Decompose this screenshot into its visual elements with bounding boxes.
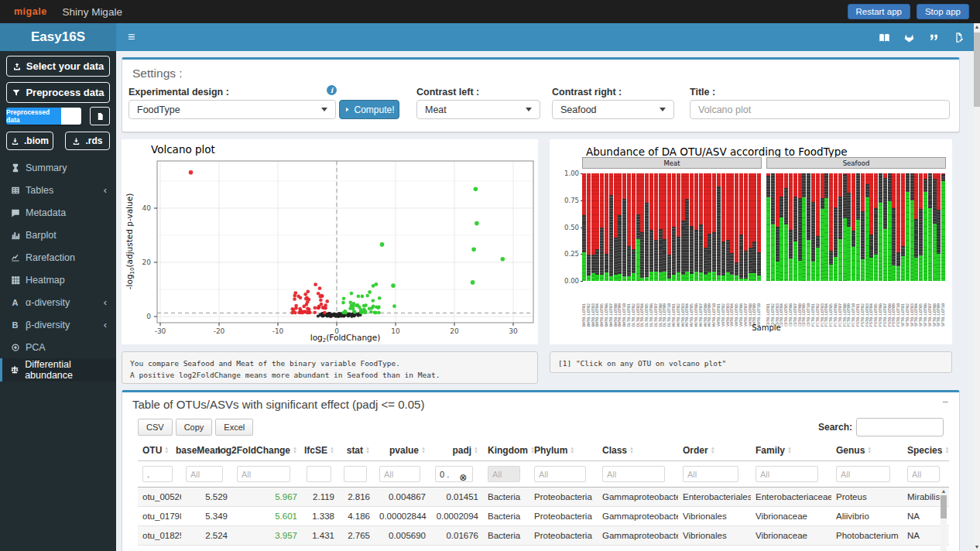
abundance-bar[interactable] — [654, 173, 658, 281]
gitlab-icon[interactable] — [903, 32, 915, 43]
abundance-bar[interactable] — [704, 173, 708, 281]
filter-Kingdom[interactable] — [488, 466, 520, 482]
abundance-bar[interactable] — [811, 173, 815, 281]
column-header-OTU[interactable]: OTU▲▼ — [138, 440, 181, 461]
abundance-bar[interactable] — [636, 173, 640, 281]
abundance-bar[interactable] — [708, 173, 711, 281]
sort-icon[interactable]: ▲▼ — [570, 447, 574, 454]
table-row[interactable]: otu_018252.5243.9571.4312.7650.0056900.0… — [138, 526, 949, 546]
data-file-button[interactable] — [90, 107, 110, 125]
abundance-bar[interactable] — [681, 173, 685, 281]
scroll-up-icon[interactable]: ▲ — [974, 23, 980, 31]
stop-app-button[interactable]: Stop app — [917, 4, 969, 19]
abundance-bar[interactable] — [663, 173, 666, 281]
experimental-design-select[interactable]: FoodType — [128, 100, 336, 119]
sort-icon[interactable]: ▲▼ — [330, 447, 334, 454]
filter-Phylum[interactable] — [534, 466, 586, 482]
abundance-bar[interactable] — [752, 173, 756, 281]
abundance-bar[interactable] — [622, 173, 626, 281]
sidebar-item-pca[interactable]: PCA — [0, 336, 116, 358]
filter-baseMean[interactable] — [186, 466, 223, 482]
abundance-bar[interactable] — [739, 173, 743, 281]
abundance-bar[interactable] — [928, 173, 932, 281]
abundance-bar[interactable] — [923, 173, 927, 281]
scrollbar-thumb[interactable] — [941, 495, 947, 518]
abundance-bar[interactable] — [901, 173, 905, 281]
abundance-bar[interactable] — [838, 173, 842, 281]
abundance-bar[interactable] — [649, 173, 653, 281]
filter-Class[interactable] — [602, 466, 665, 482]
abundance-bar[interactable] — [730, 173, 734, 281]
abundance-bar[interactable] — [591, 173, 595, 281]
abundance-bar[interactable] — [618, 173, 622, 281]
abundance-bar[interactable] — [667, 173, 671, 281]
sidebar-item-alpha-diversity[interactable]: A α-diversity ‹ — [0, 291, 116, 313]
column-header-log2FoldChange[interactable]: log2FoldChange▲▼ — [232, 440, 302, 461]
abundance-bar[interactable] — [609, 173, 613, 281]
abundance-bar[interactable] — [780, 173, 783, 281]
sidebar-item-summary[interactable]: Summary — [0, 156, 116, 179]
sidebar-item-rarefaction[interactable]: Rarefaction — [0, 246, 116, 269]
abundance-bar[interactable] — [784, 173, 788, 281]
abundance-bar[interactable] — [582, 173, 586, 281]
sort-icon[interactable]: ▲▼ — [711, 447, 715, 454]
info-icon[interactable]: i — [327, 85, 337, 95]
sort-icon[interactable]: ▲▼ — [365, 447, 370, 454]
filter-Species[interactable] — [907, 466, 940, 482]
column-header-stat[interactable]: stat▲▼ — [339, 440, 375, 461]
sort-icon[interactable]: ▲▼ — [629, 447, 634, 454]
sort-icon[interactable]: ▲▼ — [293, 447, 297, 454]
column-header-Species[interactable]: Species▲▼ — [903, 440, 949, 461]
abundance-bar[interactable] — [595, 173, 599, 281]
sidebar-toggle-icon[interactable]: ≡ — [116, 23, 146, 51]
abundance-bar[interactable] — [749, 173, 752, 281]
abundance-bar[interactable] — [824, 173, 828, 281]
compute-button[interactable]: Compute! — [339, 100, 399, 119]
sort-icon[interactable]: ▲▼ — [474, 447, 478, 454]
copy-button[interactable]: Copy — [176, 419, 213, 436]
abundance-bar[interactable] — [587, 173, 591, 281]
abundance-bar[interactable] — [834, 173, 838, 281]
scroll-down-icon[interactable]: ▼ — [974, 543, 980, 551]
abundance-bar[interactable] — [869, 173, 873, 281]
abundance-bar[interactable] — [717, 173, 721, 281]
abundance-bar[interactable] — [600, 173, 604, 281]
table-row[interactable]: otu_005265.5295.9672.1192.8160.0048670.0… — [138, 488, 949, 507]
sort-icon[interactable]: ▲▼ — [867, 447, 872, 454]
sidebar-item-heatmap[interactable]: Heatmap — [0, 269, 116, 291]
abundance-bar[interactable] — [892, 173, 896, 281]
column-header-padj[interactable]: padj▲▼ — [430, 440, 483, 461]
column-header-Order[interactable]: Order▲▼ — [678, 440, 751, 461]
abundance-bar[interactable] — [802, 173, 806, 281]
abundance-bar[interactable] — [807, 173, 810, 281]
contrast-right-select[interactable]: Seafood — [552, 100, 674, 119]
abundance-bar[interactable] — [627, 173, 631, 281]
abundance-bar[interactable] — [906, 173, 910, 281]
csv-button[interactable]: CSV — [138, 419, 173, 436]
abundance-bar[interactable] — [721, 173, 725, 281]
column-header-lfcSE[interactable]: lfcSE▲▼ — [302, 440, 339, 461]
abundance-bar[interactable] — [645, 173, 649, 281]
clear-filter-icon[interactable]: ⊗ — [459, 472, 467, 483]
abundance-bar[interactable] — [614, 173, 618, 281]
abundance-bar[interactable] — [766, 173, 770, 281]
column-header-Kingdom[interactable]: Kingdom▲▼ — [483, 440, 529, 461]
table-row[interactable]: otu_018269.0115.7861.4584.0035.855e-70.0… — [138, 546, 949, 551]
quote-right-icon[interactable] — [928, 32, 940, 43]
abundance-bar[interactable] — [744, 173, 748, 281]
sidebar-item-tables[interactable]: Tables ‹ — [0, 179, 116, 201]
volcano-plot[interactable]: -30-20-10010203002040-log10(adjusted p-v… — [122, 139, 538, 344]
app-title[interactable]: Easy16S — [0, 23, 116, 51]
abundance-bar[interactable] — [757, 173, 761, 281]
sidebar-item-differential-abundance[interactable]: Differential abundance — [0, 358, 116, 382]
filter-Family[interactable] — [756, 466, 818, 482]
page-scrollbar[interactable]: ▲ ▼ — [974, 23, 980, 551]
preprocessed-data-toggle[interactable]: Preprocessed data — [6, 108, 81, 125]
filter-pvalue[interactable] — [379, 466, 420, 482]
abundance-bar[interactable] — [829, 173, 833, 281]
abundance-bar[interactable] — [726, 173, 730, 281]
sort-icon[interactable]: ▲▼ — [944, 447, 949, 454]
download-rds-button[interactable]: .rds — [65, 132, 110, 150]
column-header-Genus[interactable]: Genus▲▼ — [831, 440, 903, 461]
abundance-bar[interactable] — [712, 173, 716, 281]
